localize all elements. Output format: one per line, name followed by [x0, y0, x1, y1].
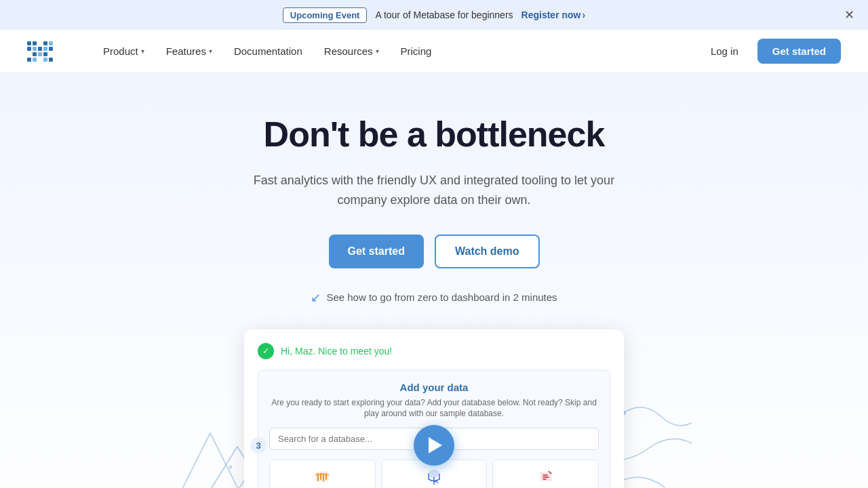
hero-headline: Don't be a bottleneck: [14, 114, 854, 155]
demo-arrow-icon: ↙: [311, 290, 321, 305]
play-video-button[interactable]: [414, 425, 454, 466]
postgresql-icon: [425, 467, 443, 488]
login-button[interactable]: Log in: [703, 40, 747, 62]
features-chevron-icon: ▾: [209, 47, 212, 55]
register-link[interactable]: Register now ›: [521, 9, 586, 20]
play-icon: [429, 437, 442, 453]
hero-buttons: Get started Watch demo: [14, 235, 854, 268]
hero-section: Don't be a bottleneck Fast analytics wit…: [0, 73, 868, 488]
nav-get-started-button[interactable]: Get started: [757, 39, 841, 64]
announcement-bar: Upcoming Event A tour of Metabase for be…: [0, 0, 868, 30]
hero-subheadline: Fast analytics with the friendly UX and …: [244, 171, 624, 210]
announcement-text: A tour of Metabase for beginners: [375, 9, 513, 20]
mysql-icon: [313, 467, 332, 488]
announcement-badge: Upcoming Event: [283, 7, 368, 23]
add-data-desc: Are you ready to start exploring your da…: [269, 397, 599, 420]
nav-features[interactable]: Features ▾: [157, 40, 222, 62]
logo[interactable]: [27, 41, 53, 62]
nav-links: Product ▾ Features ▾ Documentation Resou…: [94, 40, 703, 62]
resources-chevron-icon: ▾: [376, 47, 379, 55]
svg-point-8: [229, 466, 233, 469]
nav-product[interactable]: Product ▾: [94, 40, 154, 62]
db-sqlserver[interactable]: SQL Server: [492, 460, 599, 488]
svg-marker-1: [176, 433, 244, 488]
demo-link[interactable]: ↙ See how to go from zero to dashboard i…: [14, 290, 854, 305]
close-announcement-button[interactable]: ✕: [844, 9, 854, 21]
add-data-section: 3 Add your data Are you ready to start e…: [258, 370, 610, 488]
hero-get-started-button[interactable]: Get started: [329, 235, 424, 268]
nav-pricing[interactable]: Pricing: [391, 40, 441, 62]
logo-grid: [27, 41, 53, 62]
nav-resources[interactable]: Resources ▾: [315, 40, 389, 62]
step-badge: 3: [250, 437, 267, 453]
add-data-title: Add your data: [269, 382, 599, 393]
main-nav: Product ▾ Features ▾ Documentation Resou…: [0, 30, 868, 73]
db-mysql[interactable]: MySQL: [269, 460, 376, 488]
hero-watch-demo-button[interactable]: Watch demo: [435, 235, 540, 268]
dashboard-card: ✓ Hi, Maz. Nice to meet you! 3 Add your …: [244, 329, 624, 488]
success-icon: ✓: [258, 343, 274, 359]
greeting-bar: ✓ Hi, Maz. Nice to meet you!: [258, 343, 610, 359]
product-chevron-icon: ▾: [141, 47, 144, 55]
svg-point-10: [429, 470, 439, 477]
nav-documentation[interactable]: Documentation: [224, 40, 312, 62]
greeting-text: Hi, Maz. Nice to meet you!: [281, 346, 392, 357]
nav-right: Log in Get started: [703, 39, 841, 64]
sqlserver-icon: [536, 467, 555, 488]
dashboard-preview: ✓ Hi, Maz. Nice to meet you! 3 Add your …: [197, 329, 671, 488]
